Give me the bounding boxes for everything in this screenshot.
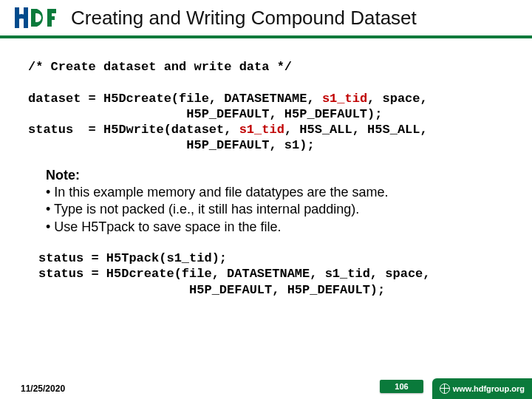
code-line: , space, xyxy=(367,92,428,106)
slide-header: Creating and Writing Compound Dataset xyxy=(0,0,532,31)
code-line: status = H5Tpack(s1_tid); xyxy=(38,251,227,265)
code-line: H5P_DEFAULT, H5P_DEFAULT); xyxy=(28,107,382,121)
note-bullet: • Type is not packed (i.e., it still has… xyxy=(46,201,504,218)
globe-icon xyxy=(440,383,450,394)
slide-footer: 11/25/2020 106 www.hdfgroup.org xyxy=(0,378,532,399)
hdf-logo-icon xyxy=(13,4,58,31)
footer-date: 11/25/2020 xyxy=(21,383,65,394)
note-block: Note: • In this example memory and file … xyxy=(0,154,532,236)
code-line: H5P_DEFAULT, H5P_DEFAULT); xyxy=(38,283,385,297)
code-line: dataset = H5Dcreate(file, DATASETNAME, xyxy=(28,92,322,106)
note-title: Note: xyxy=(46,167,504,184)
code-line: H5P_DEFAULT, s1); xyxy=(28,138,315,152)
brand-url: www.hdfgroup.org xyxy=(453,384,525,393)
code-block-2: status = H5Tpack(s1_tid); status = H5Dcr… xyxy=(0,236,532,298)
footer-right: 106 www.hdfgroup.org xyxy=(380,378,532,399)
code-line: , H5S_ALL, H5S_ALL, xyxy=(284,123,428,137)
code-block-1: /* Create dataset and write data */ data… xyxy=(0,38,532,154)
note-bullet: • In this example memory and file dataty… xyxy=(46,184,504,201)
code-highlight: s1_tid xyxy=(239,123,284,137)
code-line: status = H5Dcreate(file, DATASETNAME, s1… xyxy=(38,267,431,281)
code-highlight: s1_tid xyxy=(322,92,367,106)
code-line: status = H5Dwrite(dataset, xyxy=(28,123,239,137)
brand-banner: www.hdfgroup.org xyxy=(432,378,532,399)
code-comment: /* Create dataset and write data */ xyxy=(28,60,292,74)
slide-title: Creating and Writing Compound Dataset xyxy=(71,7,417,30)
page-number-badge: 106 xyxy=(380,380,423,393)
slide: Creating and Writing Compound Dataset /*… xyxy=(0,0,532,399)
note-bullet: • Use H5Tpack to save space in the file. xyxy=(46,219,504,236)
svg-rect-4 xyxy=(47,16,55,20)
